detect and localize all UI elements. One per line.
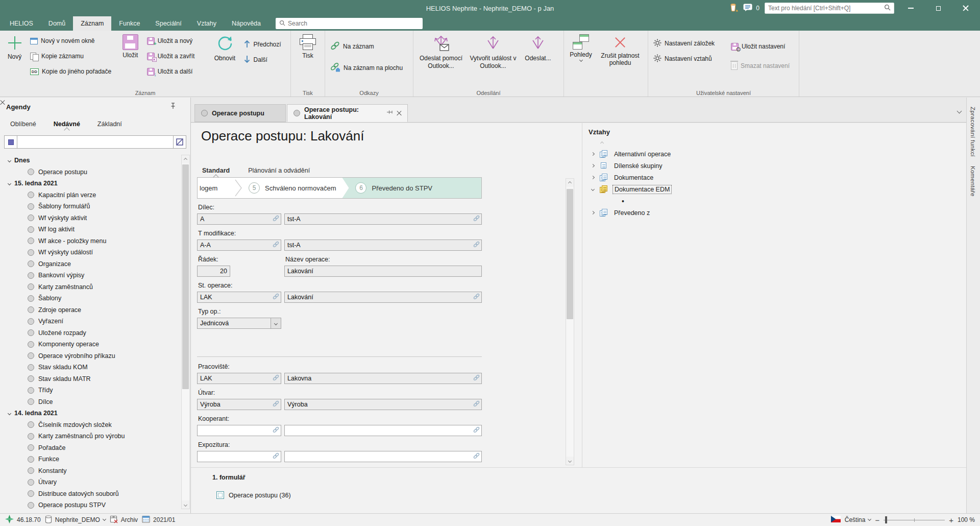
tree-row[interactable]: Wf výskyty událostí [1,247,180,258]
ribbon-tab[interactable]: HELIOS [2,16,41,31]
save-settings-button[interactable]: ⛭ Uložit nastavení [728,39,793,54]
utvar-code-field[interactable] [197,399,281,410]
ribbon-tab[interactable]: Vztahy [189,16,224,31]
new-in-window-button[interactable]: Nový v novém okně [27,33,117,49]
stoperace-code-field[interactable] [197,292,281,303]
tree-row[interactable]: Operace postupu STPV [1,499,180,510]
link-icon[interactable] [473,426,480,435]
utvar-name-field[interactable] [284,399,482,410]
save-button[interactable]: Uložit [117,32,144,59]
link-to-record-desktop-button[interactable]: Na záznam na plochu [327,57,406,79]
vztahy-row[interactable]: Dílenské skupiny [589,160,966,172]
radek-input[interactable] [198,268,230,275]
close-tab-icon[interactable] [397,111,401,116]
link-icon[interactable] [473,215,480,223]
tab-standard[interactable]: Standard [202,167,230,174]
zoom-slider[interactable] [884,516,945,523]
tmod-name-field[interactable] [284,240,482,251]
footer-form-item[interactable]: Operace postupu (36) [216,491,291,499]
invalidate-view-button[interactable]: Zrušit platnost pohledu [596,32,645,67]
scroll-up-arrow[interactable] [182,155,189,163]
tree-row[interactable]: Stav skladu KOM [1,362,180,373]
tree-row[interactable]: Karty zaměstnanců pro výrobu [1,431,180,442]
doc-tab-operace-postupu[interactable]: Operace postupu [194,104,286,122]
pin-icon[interactable] [387,109,393,117]
tree-row[interactable]: Šablony [1,293,180,304]
previous-button[interactable]: Předchozí [240,37,288,52]
expozitura-name-field[interactable] [284,451,482,462]
tree-row[interactable]: Operace výrobního příkazu [1,350,180,362]
tab-zakladni[interactable]: Základní [97,121,122,128]
global-search-box[interactable] [765,3,894,14]
tree-row[interactable]: Bankovní výpisy [1,270,180,281]
expander-chevron-icon[interactable] [589,188,597,190]
global-search-input[interactable] [768,5,884,12]
maximize-button[interactable] [927,1,949,15]
tree-row[interactable]: Funkce [1,453,180,465]
link-icon[interactable] [473,400,480,409]
tree-row[interactable]: Konstanty [1,465,180,477]
expozitura-code-input[interactable] [198,453,273,460]
tab-nedavne[interactable]: Nedávné [54,121,80,128]
relations-settings-button[interactable]: Nastavení vztahů [650,51,728,66]
print-button[interactable]: Tisk [293,32,322,59]
archive-indicator[interactable]: Archiv [110,515,138,525]
save-and-close-button[interactable]: Uložit a zavřít [144,49,209,64]
link-icon[interactable] [473,452,480,461]
vztahy-row[interactable]: • [589,195,966,207]
send-button[interactable]: Odeslat... [520,32,556,62]
tree-row[interactable]: Zdroje operace [1,304,180,316]
vztahy-row[interactable]: Alternativní operace [589,148,966,160]
zoom-out-button[interactable]: − [875,516,879,524]
tree-row[interactable]: Operace postupu [1,166,180,178]
zoom-slider-thumb[interactable] [885,516,887,523]
scroll-up-arrow[interactable] [566,179,574,187]
ribbon-tab[interactable]: Speciální [148,16,189,31]
link-to-record-button[interactable]: Na záznam [327,36,406,57]
dropdown-button[interactable] [271,318,281,328]
radek-field[interactable] [197,266,230,277]
copy-record-button[interactable]: Kopie záznamu [27,49,117,64]
form-scrollbar[interactable] [566,178,574,465]
scrollbar-thumb[interactable] [182,164,189,389]
pin-icon[interactable] [170,103,176,111]
filter-mode-button[interactable] [4,135,17,149]
utvar-name-input[interactable] [285,401,473,408]
tree-row[interactable]: Wf log aktivit [1,224,180,235]
vztahy-row[interactable]: Převedeno z [589,207,966,219]
link-icon[interactable] [273,241,279,249]
scrollbar-thumb[interactable] [567,189,573,319]
tree-row[interactable]: 14. ledna 2021 [1,408,180,419]
tree-row[interactable]: Pořadače [1,442,180,454]
tmod-code-field[interactable] [197,240,281,251]
zoom-in-button[interactable]: + [949,516,953,524]
link-icon[interactable] [273,374,279,382]
tree-row[interactable]: Wf výskyty aktivit [1,212,180,224]
vztahy-row[interactable]: Dokumentace EDM [589,183,966,195]
expander-chevron-icon[interactable] [589,153,597,155]
link-icon[interactable] [273,215,279,223]
tree-row[interactable]: Stav skladu MATR [1,373,180,385]
refresh-button[interactable]: Obnovit [209,32,240,62]
kooperant-code-field[interactable] [197,425,281,436]
expander-chevron-icon[interactable] [589,211,597,214]
database-selector[interactable]: Nephrite_DEMO [45,515,106,525]
pracoviste-name-field[interactable] [284,373,482,384]
link-icon[interactable] [473,241,480,249]
tree-row[interactable]: Komponenty operace [1,339,180,350]
minimize-button[interactable] [899,1,922,15]
ribbon-tab[interactable]: Funkce [111,16,148,31]
language-selector[interactable]: Čeština [845,516,871,523]
tmod-code-input[interactable] [198,242,273,249]
kooperant-name-field[interactable] [284,425,482,436]
ribbon-search-input[interactable] [288,20,419,27]
tree-row[interactable]: 15. ledna 2021 [1,178,180,189]
tab-komentare[interactable]: Komentáře [970,166,976,197]
scroll-down-arrow[interactable] [566,457,574,465]
period-indicator[interactable]: 2021/01 [142,515,175,524]
dilec-name-input[interactable] [285,216,473,223]
messages-icon[interactable] [743,4,753,13]
tree-row[interactable]: Vyřazení [1,316,180,327]
send-via-outlook-button[interactable]: Odeslat pomocí Outlook... [415,32,467,69]
dilec-code-input[interactable] [198,216,273,223]
